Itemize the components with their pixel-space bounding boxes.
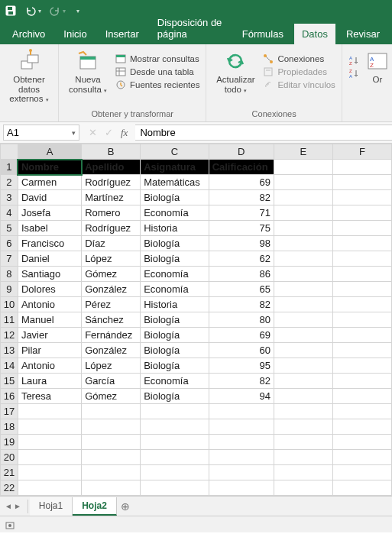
row-header-8[interactable]: 8 — [1, 267, 18, 282]
formula-input[interactable] — [140, 127, 387, 138]
cell-C12[interactable]: Biología — [141, 328, 209, 343]
cell-A17[interactable] — [18, 404, 81, 419]
cell-F2[interactable] — [332, 175, 391, 190]
row-header-2[interactable]: 2 — [1, 175, 18, 190]
cell-A7[interactable]: Daniel — [18, 251, 81, 267]
menu-tab-archivo[interactable]: Archivo — [5, 24, 53, 44]
sheet-nav-prev-icon[interactable]: ◄ — [5, 502, 12, 510]
sort-za-button[interactable]: ZA — [348, 68, 359, 79]
cell-C2[interactable]: Matemáticas — [141, 175, 209, 190]
cell-A15[interactable]: Laura — [18, 374, 81, 389]
cell-C3[interactable]: Biología — [141, 190, 209, 205]
cell-B19[interactable] — [82, 435, 141, 450]
row-header-7[interactable]: 7 — [1, 251, 18, 267]
cell-F1[interactable] — [332, 160, 391, 175]
menu-tab-revisar[interactable]: Revisar — [339, 24, 387, 44]
cell-A18[interactable] — [18, 419, 81, 435]
new-query-button[interactable]: Nuevaconsulta ▾ — [65, 47, 111, 95]
cell-F12[interactable] — [332, 328, 391, 343]
menu-tab-datos[interactable]: Datos — [294, 24, 335, 44]
cell-F11[interactable] — [332, 312, 391, 328]
cell-A1[interactable]: Nombre — [18, 160, 81, 175]
get-external-data-button[interactable]: Obtener datosexternos ▾ — [6, 47, 52, 105]
cell-C19[interactable] — [141, 435, 209, 450]
cell-A21[interactable] — [18, 465, 81, 480]
row-header-17[interactable]: 17 — [1, 404, 18, 419]
cell-B11[interactable]: Sánchez — [82, 312, 141, 328]
cell-B12[interactable]: Fernández — [82, 328, 141, 343]
cell-A3[interactable]: David — [18, 190, 81, 205]
cell-E15[interactable] — [274, 374, 332, 389]
qat-customize-icon[interactable]: ▾ — [76, 8, 79, 15]
row-header-6[interactable]: 6 — [1, 236, 18, 251]
cell-E13[interactable] — [274, 343, 332, 358]
cell-E19[interactable] — [274, 435, 332, 450]
cell-E5[interactable] — [274, 221, 332, 236]
column-header-F[interactable]: F — [332, 144, 391, 160]
sort-button-partial[interactable]: AZ Or — [364, 47, 391, 86]
cell-A4[interactable]: Josefa — [18, 205, 81, 221]
cell-C16[interactable]: Biología — [141, 389, 209, 404]
cell-A9[interactable]: Dolores — [18, 282, 81, 297]
cell-F21[interactable] — [332, 465, 391, 480]
cell-B3[interactable]: Martínez — [82, 190, 141, 205]
connections-button[interactable]: Conexiones — [263, 53, 335, 64]
cell-D10[interactable]: 82 — [209, 297, 274, 312]
cell-C20[interactable] — [141, 450, 209, 465]
cell-E16[interactable] — [274, 389, 332, 404]
cell-F20[interactable] — [332, 450, 391, 465]
namebox-dropdown-icon[interactable]: ▾ — [72, 129, 76, 137]
cell-B8[interactable]: Gómez — [82, 267, 141, 282]
cell-D20[interactable] — [209, 450, 274, 465]
cell-B13[interactable]: González — [82, 343, 141, 358]
cell-C7[interactable]: Biología — [141, 251, 209, 267]
redo-button[interactable]: ▾ — [49, 5, 66, 17]
cell-B22[interactable] — [82, 480, 141, 496]
cell-B18[interactable] — [82, 419, 141, 435]
cell-E2[interactable] — [274, 175, 332, 190]
cell-A11[interactable]: Manuel — [18, 312, 81, 328]
name-box[interactable]: ▾ — [3, 125, 79, 141]
column-header-B[interactable]: B — [82, 144, 141, 160]
cell-F6[interactable] — [332, 236, 391, 251]
cell-D13[interactable]: 60 — [209, 343, 274, 358]
cell-C18[interactable] — [141, 419, 209, 435]
cell-D11[interactable]: 80 — [209, 312, 274, 328]
cell-A10[interactable]: Antonio — [18, 297, 81, 312]
cell-E14[interactable] — [274, 358, 332, 374]
cell-D9[interactable]: 65 — [209, 282, 274, 297]
refresh-all-button[interactable]: Actualizartodo ▾ — [212, 47, 258, 95]
cell-E6[interactable] — [274, 236, 332, 251]
undo-dropdown-icon[interactable]: ▾ — [38, 8, 41, 15]
column-header-D[interactable]: D — [209, 144, 274, 160]
cell-B4[interactable]: Romero — [82, 205, 141, 221]
row-header-3[interactable]: 3 — [1, 190, 18, 205]
cell-C11[interactable]: Biología — [141, 312, 209, 328]
cell-B16[interactable]: Gómez — [82, 389, 141, 404]
cell-D18[interactable] — [209, 419, 274, 435]
cell-B2[interactable]: Rodríguez — [82, 175, 141, 190]
row-header-4[interactable]: 4 — [1, 205, 18, 221]
from-table-button[interactable]: Desde una tabla — [115, 66, 199, 77]
cell-E18[interactable] — [274, 419, 332, 435]
cell-D16[interactable]: 94 — [209, 389, 274, 404]
cell-C9[interactable]: Economía — [141, 282, 209, 297]
spreadsheet-grid[interactable]: ABCDEF1NombreApellidoAsignaturaCalificac… — [0, 144, 392, 496]
cell-A14[interactable]: Antonio — [18, 358, 81, 374]
cell-B17[interactable] — [82, 404, 141, 419]
row-header-14[interactable]: 14 — [1, 358, 18, 374]
cell-C14[interactable]: Biología — [141, 358, 209, 374]
cell-D21[interactable] — [209, 465, 274, 480]
cell-C21[interactable] — [141, 465, 209, 480]
cell-E11[interactable] — [274, 312, 332, 328]
cell-F17[interactable] — [332, 404, 391, 419]
cell-C1[interactable]: Asignatura — [141, 160, 209, 175]
cell-A12[interactable]: Javier — [18, 328, 81, 343]
sort-az-button[interactable]: AZ — [348, 55, 359, 66]
cell-C15[interactable]: Economía — [141, 374, 209, 389]
cell-C13[interactable]: Biología — [141, 343, 209, 358]
cell-E9[interactable] — [274, 282, 332, 297]
cell-B14[interactable]: López — [82, 358, 141, 374]
cell-E22[interactable] — [274, 480, 332, 496]
menu-tab-inicio[interactable]: Inicio — [56, 24, 94, 44]
